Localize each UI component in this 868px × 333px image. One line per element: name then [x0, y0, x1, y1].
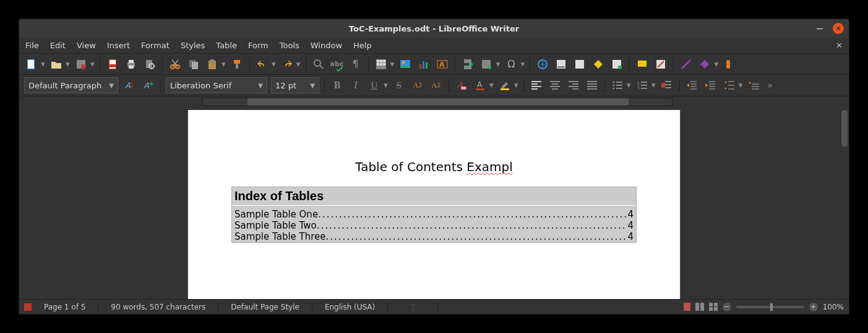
increase-indent-button[interactable] [685, 78, 700, 93]
language[interactable]: English (USA) [325, 303, 375, 311]
open-button[interactable] [49, 57, 64, 72]
insert-mode[interactable]: ⌶ [400, 303, 425, 311]
toc-entry[interactable]: Sample Table Two .......................… [232, 220, 636, 231]
insert-cross-reference-button[interactable] [591, 57, 606, 72]
unordered-list-dropdown[interactable]: ▼ [627, 82, 631, 88]
view-multi-page-button[interactable] [695, 303, 704, 311]
menu-edit[interactable]: Edit [50, 41, 66, 50]
superscript-button[interactable]: A2 [410, 78, 425, 93]
page-indicator[interactable]: Page 1 of 5 [44, 303, 85, 311]
print-preview-button[interactable] [142, 57, 157, 72]
menu-insert[interactable]: Insert [107, 41, 130, 50]
align-left-button[interactable] [529, 78, 544, 93]
save-status-icon[interactable] [24, 303, 32, 311]
find-replace-button[interactable] [311, 57, 326, 72]
align-justify-button[interactable] [585, 78, 599, 93]
insert-textbox-button[interactable]: A [435, 57, 450, 72]
font-size-combo[interactable]: 12 pt ▼ [271, 77, 319, 93]
index-of-tables[interactable]: Index of Tables Sample Table One .......… [231, 187, 637, 243]
new-style-button[interactable]: A+ [140, 78, 155, 93]
draw-functions-button[interactable] [722, 57, 737, 72]
view-book-button[interactable] [709, 303, 718, 311]
ordered-list-button[interactable]: 123 [635, 78, 650, 93]
underline-dropdown[interactable]: ▼ [384, 82, 388, 88]
bold-button[interactable]: B [330, 78, 345, 93]
unordered-list-button[interactable] [610, 78, 625, 93]
menu-window[interactable]: Window [311, 41, 342, 50]
save-dropdown[interactable]: ▼ [90, 61, 95, 67]
zoom-in-button[interactable]: + [809, 303, 818, 311]
highlight-dropdown[interactable]: ▼ [514, 82, 518, 88]
new-doc-button[interactable] [24, 57, 39, 72]
page[interactable]: Table of Contents Exampl Index of Tables… [188, 110, 680, 299]
insert-field-dropdown[interactable]: ▼ [496, 61, 500, 67]
zoom-out-button[interactable]: − [723, 303, 731, 311]
italic-button[interactable]: I [348, 78, 363, 93]
formatting-marks-button[interactable]: ¶ [348, 57, 363, 72]
no-list-button[interactable] [660, 78, 674, 93]
insert-table-button[interactable] [374, 57, 389, 72]
copy-button[interactable] [186, 57, 201, 72]
highlight-button[interactable] [497, 78, 512, 93]
line-spacing-button[interactable] [722, 78, 737, 93]
insert-hyperlink-button[interactable] [535, 57, 550, 72]
draw-line-button[interactable] [679, 57, 694, 72]
insert-special-char-dropdown[interactable]: ▼ [520, 61, 525, 67]
insert-bookmark-button[interactable] [572, 57, 587, 72]
print-button[interactable] [124, 57, 139, 72]
view-single-page-button[interactable] [684, 303, 690, 311]
paste-button[interactable] [205, 57, 220, 72]
page-style[interactable]: Default Page Style [231, 303, 299, 311]
line-spacing-dropdown[interactable]: ▼ [739, 82, 743, 88]
insert-table-dropdown[interactable]: ▼ [390, 61, 395, 67]
insert-image-button[interactable] [398, 57, 413, 72]
undo-dropdown[interactable]: ▼ [272, 61, 276, 67]
menu-help[interactable]: Help [353, 41, 372, 50]
align-center-button[interactable] [548, 78, 562, 93]
align-right-button[interactable] [566, 78, 581, 93]
open-dropdown[interactable]: ▼ [66, 61, 70, 67]
subscript-button[interactable]: A2 [429, 78, 444, 93]
menu-view[interactable]: View [77, 41, 96, 50]
menu-tools[interactable]: Tools [280, 41, 299, 50]
close-document-button[interactable]: ✕ [836, 41, 843, 50]
insert-line-button[interactable] [653, 57, 668, 72]
close-button[interactable]: ✕ [833, 23, 844, 34]
insert-field-button[interactable] [479, 57, 494, 72]
increase-paragraph-spacing-button[interactable] [747, 78, 762, 93]
word-count[interactable]: 90 words, 507 characters [111, 303, 205, 311]
clone-formatting-button[interactable] [230, 57, 244, 72]
vertical-ruler[interactable] [19, 96, 28, 299]
menu-format[interactable]: Format [141, 41, 170, 50]
minimize-button[interactable]: — [814, 23, 825, 34]
basic-shapes-button[interactable] [697, 57, 712, 72]
vertical-scrollbar[interactable] [841, 110, 848, 147]
decrease-indent-button[interactable] [703, 78, 718, 93]
font-color-button[interactable]: A [473, 78, 488, 93]
toc-entry[interactable]: Sample Table One .......................… [232, 209, 636, 220]
undo-button[interactable] [255, 57, 270, 72]
zoom-slider[interactable] [736, 306, 804, 308]
insert-special-char-button[interactable]: Ω [504, 57, 518, 72]
basic-shapes-dropdown[interactable]: ▼ [714, 61, 718, 67]
paste-dropdown[interactable]: ▼ [221, 61, 226, 67]
document-area[interactable]: Table of Contents Exampl Index of Tables… [28, 110, 840, 299]
menu-table[interactable]: Table [216, 41, 237, 50]
paragraph-style-combo[interactable]: Default Paragraph Style ▼ [24, 77, 118, 93]
insert-page-break-button[interactable] [460, 57, 475, 72]
zoom-value[interactable]: 100% [823, 303, 844, 311]
insert-chart-button[interactable] [416, 57, 431, 72]
menu-styles[interactable]: Styles [181, 41, 205, 50]
ordered-list-dropdown[interactable]: ▼ [651, 82, 656, 88]
export-pdf-button[interactable] [105, 57, 120, 72]
clear-formatting-button[interactable]: A [454, 78, 469, 93]
horizontal-ruler[interactable] [40, 96, 840, 107]
toolbar-overflow-button[interactable]: » [765, 80, 776, 90]
strikethrough-button[interactable]: S [392, 78, 406, 93]
redo-button[interactable] [280, 57, 294, 72]
underline-button[interactable]: U [367, 78, 382, 93]
font-color-dropdown[interactable]: ▼ [489, 82, 494, 88]
cut-button[interactable] [168, 57, 183, 72]
spellcheck-button[interactable]: abc [330, 57, 345, 72]
redo-dropdown[interactable]: ▼ [296, 61, 301, 67]
